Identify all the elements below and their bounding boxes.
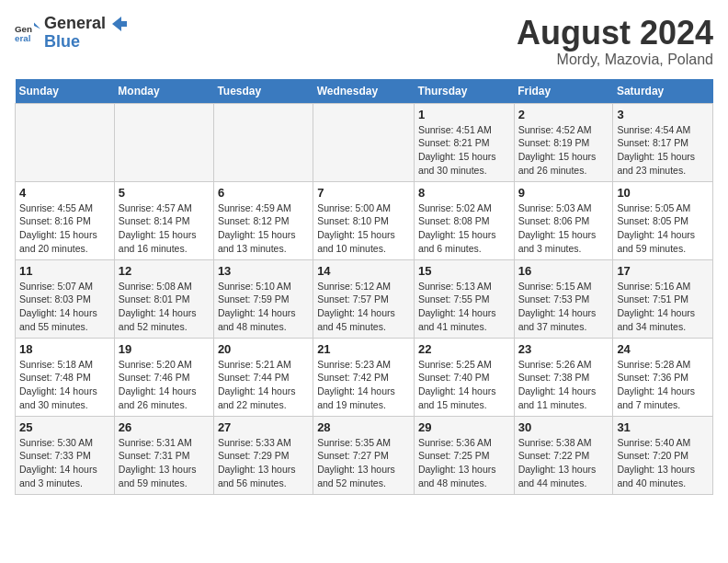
calendar-cell: 4Sunrise: 4:55 AM Sunset: 8:16 PM Daylig… (16, 181, 115, 259)
day-number: 1 (418, 108, 510, 121)
svg-marker-2 (34, 23, 40, 29)
day-info: Sunrise: 4:55 AM Sunset: 8:16 PM Dayligh… (19, 201, 110, 256)
day-number: 25 (19, 420, 110, 434)
day-info: Sunrise: 5:40 AM Sunset: 7:20 PM Dayligh… (617, 436, 709, 490)
calendar-cell: 6Sunrise: 4:59 AM Sunset: 8:12 PM Daylig… (213, 181, 313, 259)
day-number: 31 (617, 420, 709, 434)
calendar-cell: 21Sunrise: 5:23 AM Sunset: 7:42 PM Dayli… (313, 338, 415, 416)
day-number: 12 (119, 264, 210, 278)
day-number: 17 (617, 264, 709, 278)
day-number: 11 (19, 264, 110, 278)
day-info: Sunrise: 5:16 AM Sunset: 7:51 PM Dayligh… (617, 280, 709, 334)
day-info: Sunrise: 5:15 AM Sunset: 7:53 PM Dayligh… (518, 280, 609, 334)
day-info: Sunrise: 5:08 AM Sunset: 8:01 PM Dayligh… (119, 280, 210, 334)
calendar-cell: 1Sunrise: 4:51 AM Sunset: 8:21 PM Daylig… (414, 103, 514, 181)
day-number: 30 (518, 420, 609, 434)
day-number: 26 (119, 420, 210, 434)
calendar-week-row: 25Sunrise: 5:30 AM Sunset: 7:33 PM Dayli… (16, 416, 713, 494)
day-info: Sunrise: 5:20 AM Sunset: 7:46 PM Dayligh… (119, 358, 210, 412)
day-info: Sunrise: 5:21 AM Sunset: 7:44 PM Dayligh… (218, 358, 309, 412)
calendar-cell: 20Sunrise: 5:21 AM Sunset: 7:44 PM Dayli… (213, 338, 313, 416)
day-info: Sunrise: 5:03 AM Sunset: 8:06 PM Dayligh… (518, 201, 609, 256)
calendar-week-row: 11Sunrise: 5:07 AM Sunset: 8:03 PM Dayli… (16, 259, 713, 338)
calendar-cell: 13Sunrise: 5:10 AM Sunset: 7:59 PM Dayli… (213, 259, 313, 338)
day-of-week-header: Wednesday (313, 79, 415, 104)
day-number: 18 (19, 342, 110, 356)
page-header: Gen eral General Blue August 2024 Mordy,… (15, 15, 713, 68)
calendar-cell: 9Sunrise: 5:03 AM Sunset: 8:06 PM Daylig… (514, 181, 613, 259)
calendar-cell (16, 103, 115, 181)
day-number: 21 (317, 342, 410, 356)
day-info: Sunrise: 5:28 AM Sunset: 7:36 PM Dayligh… (617, 358, 709, 412)
calendar-cell: 8Sunrise: 5:02 AM Sunset: 8:08 PM Daylig… (414, 181, 514, 259)
calendar-cell: 26Sunrise: 5:31 AM Sunset: 7:31 PM Dayli… (114, 416, 213, 494)
day-number: 4 (19, 186, 110, 200)
day-info: Sunrise: 5:35 AM Sunset: 7:27 PM Dayligh… (317, 436, 410, 490)
day-info: Sunrise: 5:23 AM Sunset: 7:42 PM Dayligh… (317, 358, 410, 412)
calendar-cell: 28Sunrise: 5:35 AM Sunset: 7:27 PM Dayli… (313, 416, 415, 494)
calendar-cell: 24Sunrise: 5:28 AM Sunset: 7:36 PM Dayli… (613, 338, 713, 416)
day-number: 24 (617, 342, 709, 356)
calendar-cell: 7Sunrise: 5:00 AM Sunset: 8:10 PM Daylig… (313, 181, 415, 259)
calendar-cell: 3Sunrise: 4:54 AM Sunset: 8:17 PM Daylig… (613, 103, 713, 181)
day-info: Sunrise: 5:12 AM Sunset: 7:57 PM Dayligh… (317, 280, 410, 334)
calendar-cell: 11Sunrise: 5:07 AM Sunset: 8:03 PM Dayli… (16, 259, 115, 338)
day-of-week-header: Sunday (16, 79, 115, 104)
page-title: August 2024 (517, 15, 713, 52)
day-info: Sunrise: 4:54 AM Sunset: 8:17 PM Dayligh… (617, 123, 709, 178)
svg-marker-3 (112, 17, 127, 31)
day-number: 28 (317, 420, 410, 434)
calendar-cell: 16Sunrise: 5:15 AM Sunset: 7:53 PM Dayli… (514, 259, 613, 338)
day-number: 23 (518, 342, 609, 356)
day-info: Sunrise: 5:02 AM Sunset: 8:08 PM Dayligh… (418, 201, 510, 256)
day-info: Sunrise: 5:31 AM Sunset: 7:31 PM Dayligh… (119, 436, 210, 490)
day-info: Sunrise: 5:30 AM Sunset: 7:33 PM Dayligh… (19, 436, 110, 490)
day-number: 2 (518, 108, 609, 121)
day-number: 8 (418, 186, 510, 200)
day-number: 15 (418, 264, 510, 278)
calendar-cell: 2Sunrise: 4:52 AM Sunset: 8:19 PM Daylig… (514, 103, 613, 181)
calendar-cell (313, 103, 415, 181)
svg-text:eral: eral (15, 33, 31, 43)
calendar-week-row: 1Sunrise: 4:51 AM Sunset: 8:21 PM Daylig… (16, 103, 713, 181)
calendar-cell: 17Sunrise: 5:16 AM Sunset: 7:51 PM Dayli… (613, 259, 713, 338)
day-number: 29 (418, 420, 510, 434)
calendar-cell: 31Sunrise: 5:40 AM Sunset: 7:20 PM Dayli… (613, 416, 713, 494)
calendar-cell: 22Sunrise: 5:25 AM Sunset: 7:40 PM Dayli… (414, 338, 514, 416)
calendar-cell: 29Sunrise: 5:36 AM Sunset: 7:25 PM Dayli… (414, 416, 514, 494)
day-info: Sunrise: 5:05 AM Sunset: 8:05 PM Dayligh… (617, 201, 709, 256)
day-info: Sunrise: 5:00 AM Sunset: 8:10 PM Dayligh… (317, 201, 410, 256)
calendar-table: SundayMondayTuesdayWednesdayThursdayFrid… (15, 79, 713, 495)
calendar-week-row: 18Sunrise: 5:18 AM Sunset: 7:48 PM Dayli… (16, 338, 713, 416)
day-info: Sunrise: 5:38 AM Sunset: 7:22 PM Dayligh… (518, 436, 609, 490)
day-of-week-header: Monday (114, 79, 213, 104)
day-number: 9 (518, 186, 609, 200)
day-of-week-header: Saturday (613, 79, 713, 104)
day-number: 27 (218, 420, 309, 434)
day-number: 20 (218, 342, 309, 356)
calendar-cell: 5Sunrise: 4:57 AM Sunset: 8:14 PM Daylig… (114, 181, 213, 259)
day-info: Sunrise: 5:07 AM Sunset: 8:03 PM Dayligh… (19, 280, 110, 334)
title-block: August 2024 Mordy, Mazovia, Poland (517, 15, 713, 68)
calendar-cell: 23Sunrise: 5:26 AM Sunset: 7:38 PM Dayli… (514, 338, 613, 416)
day-info: Sunrise: 5:36 AM Sunset: 7:25 PM Dayligh… (418, 436, 510, 490)
calendar-header-row: SundayMondayTuesdayWednesdayThursdayFrid… (16, 79, 713, 104)
day-number: 13 (218, 264, 309, 278)
day-info: Sunrise: 4:59 AM Sunset: 8:12 PM Dayligh… (218, 201, 309, 256)
day-of-week-header: Thursday (414, 79, 514, 104)
calendar-cell: 12Sunrise: 5:08 AM Sunset: 8:01 PM Dayli… (114, 259, 213, 338)
day-of-week-header: Friday (514, 79, 613, 104)
calendar-cell: 27Sunrise: 5:33 AM Sunset: 7:29 PM Dayli… (213, 416, 313, 494)
day-info: Sunrise: 5:13 AM Sunset: 7:55 PM Dayligh… (418, 280, 510, 334)
day-number: 22 (418, 342, 510, 356)
logo: Gen eral General Blue (15, 15, 129, 50)
logo-general: General (44, 15, 129, 33)
day-info: Sunrise: 5:26 AM Sunset: 7:38 PM Dayligh… (518, 358, 609, 412)
calendar-cell: 10Sunrise: 5:05 AM Sunset: 8:05 PM Dayli… (613, 181, 713, 259)
page-subtitle: Mordy, Mazovia, Poland (517, 52, 713, 68)
day-number: 5 (119, 186, 210, 200)
logo-text-block: General Blue (44, 15, 129, 50)
calendar-cell: 25Sunrise: 5:30 AM Sunset: 7:33 PM Dayli… (16, 416, 115, 494)
day-info: Sunrise: 5:18 AM Sunset: 7:48 PM Dayligh… (19, 358, 110, 412)
blue-arrow-icon (110, 15, 129, 33)
